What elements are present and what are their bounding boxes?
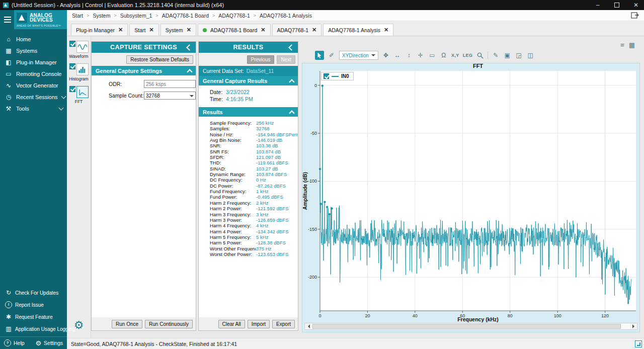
marker-harm-4[interactable]	[329, 213, 331, 215]
home-icon: ⌂	[5, 36, 12, 43]
maximize-button[interactable]	[609, 0, 625, 10]
sidebar-item-tools[interactable]: ⚒Tools	[0, 103, 67, 114]
horizontal-scale-tool[interactable]: ↔	[393, 51, 401, 59]
tab-plug-in-manager[interactable]: Plug-in Manager✕	[71, 24, 128, 36]
tab-start[interactable]: Start✕	[129, 24, 158, 36]
annotate-tool[interactable]: ✎	[492, 51, 500, 59]
breadcrumb-item-adaq7768-1[interactable]: ADAQ7768-1	[218, 13, 250, 19]
tab-close-icon[interactable]: ✕	[312, 27, 316, 33]
sidebar-item-application-usage-logging[interactable]: ▥Application Usage Logging	[0, 323, 67, 335]
chart-horizontal-scrollbar[interactable]	[304, 323, 637, 330]
hamburger-menu-icon[interactable]	[0, 10, 14, 29]
sidebar-item-settings[interactable]: ⚙ Settings	[35, 339, 63, 347]
run-continuously-button[interactable]: Run Continuously	[145, 320, 193, 328]
sidebar-item-request-feature[interactable]: ✱Request Feature	[0, 311, 67, 323]
fit-view-tool[interactable]: ✛	[417, 51, 425, 59]
tab-adaq7768-1-analysis[interactable]: ADAQ7768-1 Analysis✕	[323, 24, 393, 36]
waveform-icon[interactable]	[76, 41, 89, 53]
section-results[interactable]: Results	[199, 107, 298, 117]
scroll-track[interactable]	[312, 323, 630, 329]
marker-harm-2[interactable]	[324, 201, 326, 203]
scroll-thumb[interactable]	[312, 324, 621, 329]
breadcrumb-item-adaq7768-1-board[interactable]: ADAQ7768-1 Board	[162, 13, 209, 19]
breadcrumb-item-adaq7768-1-analysis[interactable]: ADAQ7768-1 Analysis	[260, 13, 312, 19]
view-checkbox[interactable]	[69, 86, 75, 92]
breadcrumb-item-start[interactable]: Start	[72, 13, 83, 19]
zoom-history-tool[interactable]: Ω	[440, 51, 448, 59]
y-tick-label: 0	[314, 83, 317, 88]
sidebar-item-plug-in-manager[interactable]: ◧Plug-in Manager	[0, 56, 67, 68]
chart-grid-view-icon[interactable]: ▦	[629, 41, 635, 49]
export-image-tool[interactable]: ◲	[515, 51, 523, 59]
clear-all-button[interactable]: Clear All	[218, 320, 245, 328]
tab-close-icon[interactable]: ✕	[149, 27, 153, 33]
sample-count-select[interactable]: 32768	[144, 92, 196, 100]
view-checkbox[interactable]	[69, 63, 75, 69]
odr-input[interactable]: 256 ksps	[144, 80, 196, 88]
sidebar-item-help[interactable]: ? Help	[4, 339, 25, 346]
tab-adaq7768-1[interactable]: ADAQ7768-1✕	[272, 24, 322, 36]
marker-harm-5[interactable]	[331, 207, 333, 209]
legend-checkbox[interactable]	[324, 73, 329, 79]
marker-dc[interactable]	[319, 168, 321, 170]
tab-close-icon[interactable]: ✕	[187, 27, 191, 33]
sidebar-footer: ↻Check For Updates!Report Issue✱Request …	[0, 287, 67, 335]
scroll-left-icon[interactable]	[305, 324, 312, 328]
chart-list-view-icon[interactable]: ≡	[620, 41, 624, 49]
import-button[interactable]: Import	[248, 320, 270, 328]
breadcrumb-item-system[interactable]: System	[93, 13, 110, 19]
float-panel-icon[interactable]	[631, 12, 639, 19]
view-checkbox[interactable]	[69, 41, 75, 47]
settings-label: Settings	[44, 340, 63, 346]
close-button[interactable]: ✕	[628, 0, 644, 10]
magnifier-tool[interactable]	[476, 51, 484, 59]
sidebar-item-remoting-console[interactable]: ▭Remoting Console	[0, 68, 67, 79]
marker-worst-other[interactable]	[320, 203, 322, 205]
restore-defaults-button[interactable]: Restore Software Defaults	[126, 55, 193, 64]
vertical-scale-tool[interactable]: ↕	[405, 51, 413, 59]
fft-plot[interactable]: FFTAmplitude (dB)Frequency (kHz)02040608…	[302, 63, 639, 323]
next-button[interactable]: Next	[277, 55, 295, 64]
sidebar-item-check-for-updates[interactable]: ↻Check For Updates	[0, 287, 67, 299]
result-label: THD:	[210, 160, 256, 165]
xy-direction-select[interactable]: XYDirection	[339, 51, 378, 60]
histogram-icon[interactable]	[76, 63, 89, 75]
marker-fundamental[interactable]	[321, 84, 324, 86]
export-button[interactable]: Export	[272, 320, 295, 328]
result-row: Avg Bin Noise:-146.019 dB	[199, 137, 298, 143]
minimize-button[interactable]: –	[590, 0, 606, 10]
sidebar-item-recent-sessions[interactable]: ◷Recent Sessions	[0, 91, 67, 103]
collapse-panel-icon[interactable]	[288, 44, 295, 51]
sidebar-item-systems[interactable]: ▦Systems	[0, 45, 67, 56]
result-value: -128.38 dBFS	[256, 240, 286, 245]
tab-close-icon[interactable]: ✕	[261, 27, 265, 33]
box-zoom-tool[interactable]: ▭	[428, 51, 436, 59]
result-row: Samples:32768	[199, 126, 298, 131]
resize-grip-icon[interactable]	[635, 340, 642, 347]
run-once-button[interactable]: Run Once	[112, 320, 142, 328]
legend-toggle[interactable]: LEG	[463, 51, 472, 59]
tab-close-icon[interactable]: ✕	[384, 27, 388, 33]
snapshot-tool[interactable]: ▣	[503, 51, 511, 59]
section-general-capture-results[interactable]: General Capture Results	[199, 76, 298, 85]
sidebar-item-home[interactable]: ⌂Home	[0, 33, 67, 45]
section-general-capture-settings[interactable]: General Capture Settings	[92, 66, 196, 75]
x-tick-label: 20	[365, 313, 370, 318]
tab-close-icon[interactable]: ✕	[118, 27, 123, 33]
tab-system[interactable]: System✕	[160, 24, 196, 36]
sidebar-item-report-issue[interactable]: !Report Issue	[0, 299, 67, 311]
collapse-panel-icon[interactable]	[186, 44, 193, 51]
xy-axes-toggle[interactable]: X,Y	[451, 51, 459, 59]
pan-tool[interactable]: ✥	[382, 51, 390, 59]
copy-tool[interactable]: ◫	[526, 51, 534, 59]
breadcrumb-item-subsystem-1[interactable]: Subsystem_1	[120, 13, 152, 19]
pointer-tool[interactable]	[315, 51, 324, 60]
scroll-right-icon[interactable]	[630, 324, 637, 328]
brush-tool[interactable]: ✐	[328, 51, 336, 59]
help-label: Help	[14, 340, 25, 346]
marker-harm-3[interactable]	[326, 206, 328, 208]
tab-adaq7768-1-board[interactable]: ADAQ7768-1 Board✕	[198, 24, 271, 36]
previous-button[interactable]: Previous	[247, 55, 275, 64]
fft-icon[interactable]	[76, 86, 89, 98]
sidebar-item-vector-generator[interactable]: ∿Vector Generator	[0, 79, 67, 91]
